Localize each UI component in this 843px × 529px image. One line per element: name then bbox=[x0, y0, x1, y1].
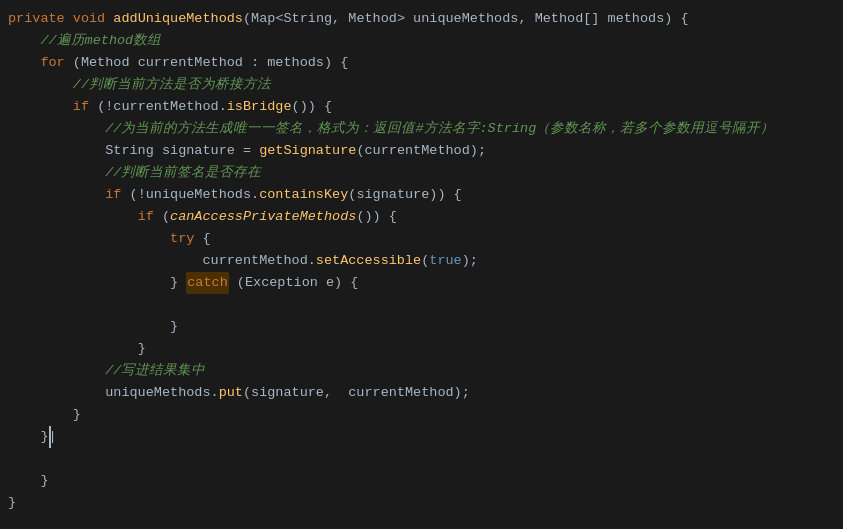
code-line: currentMethod.setAccessible(true); bbox=[0, 250, 843, 272]
code-line: String signature = getSignature(currentM… bbox=[0, 140, 843, 162]
code-line: if (canAccessPrivateMethods()) { bbox=[0, 206, 843, 228]
code-line: } bbox=[0, 492, 843, 514]
code-line: //遍历method数组 bbox=[0, 30, 843, 52]
code-editor[interactable]: private void addUniqueMethods(Map<String… bbox=[0, 0, 843, 529]
type-map: Map bbox=[251, 8, 275, 30]
keyword-private: private bbox=[8, 8, 73, 30]
code-line: //判断当前签名是否存在 bbox=[0, 162, 843, 184]
cursor: | bbox=[49, 426, 51, 448]
comment: //判断当前方法是否为桥接方法 bbox=[73, 74, 271, 96]
code-line: //为当前的方法生成唯一一签名，格式为：返回值#方法名字:String（参数名称… bbox=[0, 118, 843, 140]
comment: //判断当前签名是否存在 bbox=[105, 162, 261, 184]
code-line: for (Method currentMethod : methods) { bbox=[0, 52, 843, 74]
comment: //为当前的方法生成唯一一签名，格式为：返回值#方法名字:String（参数名称… bbox=[105, 118, 774, 140]
code-line: uniqueMethods.put(signature, currentMeth… bbox=[0, 382, 843, 404]
code-line bbox=[0, 294, 843, 316]
code-line: //写进结果集中 bbox=[0, 360, 843, 382]
code-line: if (!currentMethod.isBridge()) { bbox=[0, 96, 843, 118]
code-line: } bbox=[0, 404, 843, 426]
comment: //写进结果集中 bbox=[105, 360, 205, 382]
code-line: //判断当前方法是否为桥接方法 bbox=[0, 74, 843, 96]
code-line: private void addUniqueMethods(Map<String… bbox=[0, 8, 843, 30]
keyword-void: void bbox=[73, 8, 114, 30]
punctuation: ( bbox=[243, 8, 251, 30]
comment: //遍历method数组 bbox=[40, 30, 161, 52]
code-line: if (!uniqueMethods.containsKey(signature… bbox=[0, 184, 843, 206]
code-line: }| bbox=[0, 426, 843, 448]
code-line: try { bbox=[0, 228, 843, 250]
method-name: addUniqueMethods bbox=[113, 8, 243, 30]
code-line: } bbox=[0, 470, 843, 492]
code-line: } catch (Exception e) { bbox=[0, 272, 843, 294]
keyword-catch: catch bbox=[186, 272, 229, 294]
code-line bbox=[0, 448, 843, 470]
code-line: } bbox=[0, 316, 843, 338]
code-line: } bbox=[0, 338, 843, 360]
